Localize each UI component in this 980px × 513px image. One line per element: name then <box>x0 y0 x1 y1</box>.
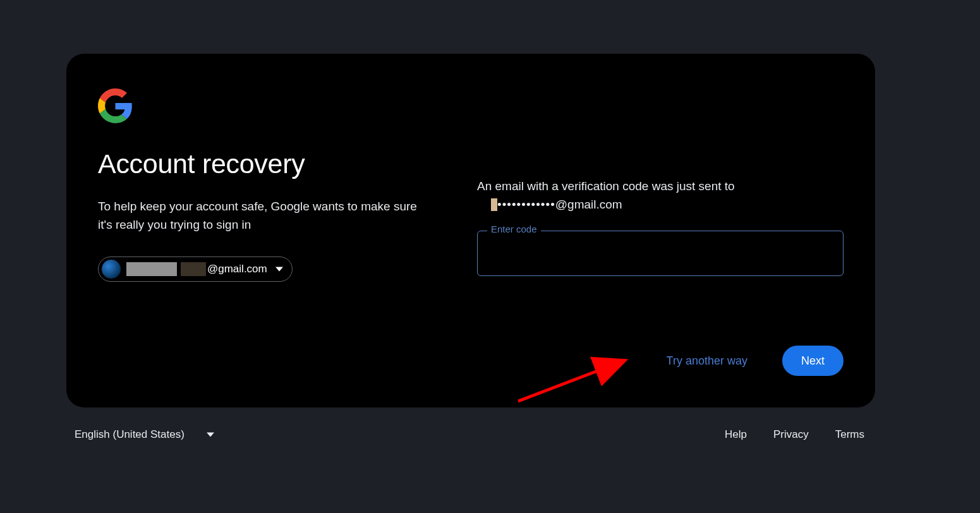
left-column: Account recovery To help keep your accou… <box>98 88 477 376</box>
email-domain: @gmail.com <box>207 263 267 275</box>
instruction-text: An email with a verification code was ju… <box>477 179 735 193</box>
terms-link[interactable]: Terms <box>835 428 864 441</box>
redacted-block <box>491 198 497 211</box>
code-input[interactable] <box>477 231 844 276</box>
masked-domain: @gmail.com <box>555 195 622 214</box>
chevron-down-icon <box>207 432 214 437</box>
right-column: An email with a verification code was ju… <box>477 88 844 376</box>
masked-dots: •••••••••••• <box>497 195 555 214</box>
account-selector-chip[interactable]: @gmail.com <box>98 256 293 282</box>
page-title: Account recovery <box>98 148 477 179</box>
chevron-down-icon <box>275 265 283 273</box>
footer: English (United States) Help Privacy Ter… <box>75 428 864 441</box>
verification-instruction: An email with a verification code was ju… <box>477 177 844 217</box>
redacted-block <box>126 262 177 276</box>
next-button[interactable]: Next <box>782 346 844 376</box>
language-selector[interactable]: English (United States) <box>75 428 214 441</box>
redacted-block <box>181 262 206 276</box>
help-link[interactable]: Help <box>725 428 747 441</box>
code-field-label: Enter code <box>487 224 541 234</box>
masked-email: ••••••••••••@gmail.com <box>491 195 622 214</box>
google-logo-icon <box>98 88 133 123</box>
page-subtitle: To help keep your account safe, Google w… <box>98 197 426 234</box>
avatar-icon <box>102 260 121 279</box>
try-another-way-link[interactable]: Try another way <box>667 354 747 368</box>
privacy-link[interactable]: Privacy <box>773 428 809 441</box>
recovery-card: Account recovery To help keep your accou… <box>66 54 875 407</box>
action-row: Try another way Next <box>667 346 844 376</box>
code-field-wrapper: Enter code <box>477 231 844 276</box>
language-label: English (United States) <box>75 428 185 441</box>
account-email: @gmail.com <box>126 262 267 276</box>
footer-links: Help Privacy Terms <box>725 428 864 441</box>
